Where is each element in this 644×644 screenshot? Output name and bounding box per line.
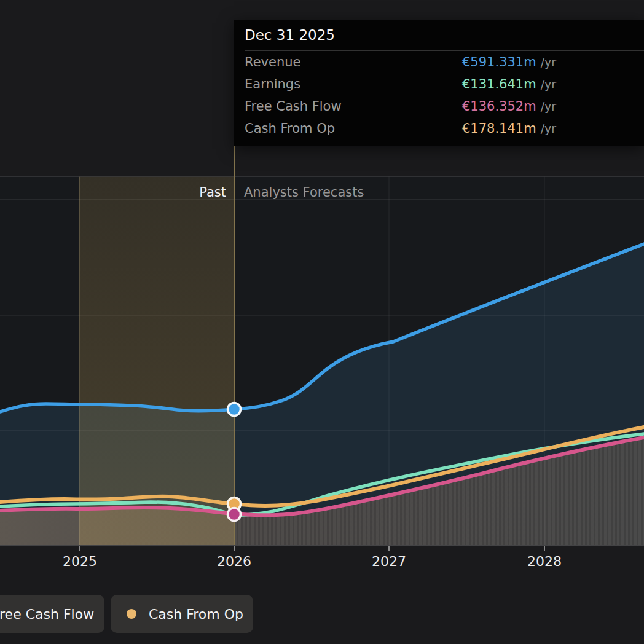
xtick-2026: 2026: [217, 554, 251, 569]
hover-tooltip: Dec 31 2025 Revenue €591.331m /yr Earnin…: [234, 20, 644, 146]
past-highlight-band: [80, 176, 234, 546]
tooltip-row-free-cash-flow: Free Cash Flow €136.352m /yr: [245, 95, 644, 117]
past-zone-label: Past: [199, 185, 226, 200]
tooltip-label: Revenue: [245, 55, 462, 69]
tooltip-unit: /yr: [541, 77, 556, 91]
legend-label: Free Cash Flow: [0, 607, 94, 622]
tooltip-row-earnings: Earnings €131.641m /yr: [245, 73, 644, 95]
forecast-zone-label: Analysts Forecasts: [244, 185, 364, 200]
tooltip-value: €136.352m: [462, 99, 536, 114]
tooltip-value: €131.641m: [462, 77, 536, 92]
xtick-2028: 2028: [527, 554, 562, 569]
legend-toggle-free-cash-flow[interactable]: Free Cash Flow: [0, 595, 104, 633]
tooltip-label: Free Cash Flow: [245, 99, 462, 114]
xtick-2025: 2025: [63, 554, 97, 569]
tooltip-label: Earnings: [245, 77, 462, 92]
cash-from-op-dot-icon: [127, 609, 136, 619]
xtick-2027: 2027: [372, 554, 406, 569]
tooltip-value: €591.331m: [462, 55, 536, 69]
tooltip-unit: /yr: [541, 55, 556, 69]
revenue-marker[interactable]: [228, 403, 241, 416]
tooltip-row-cash-from-op: Cash From Op €178.141m /yr: [245, 117, 644, 139]
free-cash-flow-marker[interactable]: [228, 508, 241, 521]
legend-toggle-cash-from-op[interactable]: Cash From Op: [111, 595, 253, 633]
tooltip-unit: /yr: [541, 122, 556, 135]
legend-label: Cash From Op: [149, 607, 243, 622]
x-axis: [0, 546, 644, 551]
tooltip-date: Dec 31 2025: [245, 20, 644, 51]
tooltip-value: €178.141m: [462, 121, 536, 136]
screenshot-root: { "tooltip": { "date": "Dec 31 2025", "r…: [0, 0, 644, 644]
tooltip-row-revenue: Revenue €591.331m /yr: [245, 51, 644, 73]
tooltip-unit: /yr: [541, 100, 556, 113]
tooltip-label: Cash From Op: [245, 121, 462, 136]
